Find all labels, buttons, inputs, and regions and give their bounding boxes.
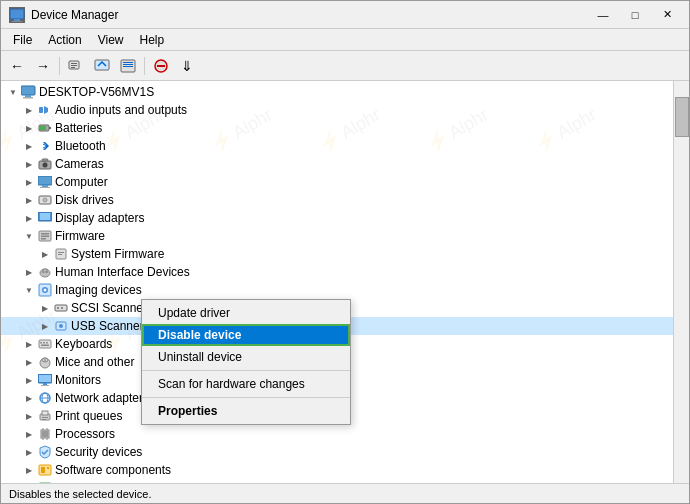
toolbar-forward[interactable]: → [31, 55, 55, 77]
svg-rect-16 [23, 97, 33, 99]
svg-rect-67 [42, 417, 48, 418]
ctx-properties[interactable]: Properties [142, 400, 350, 422]
tree-item-label: Cameras [55, 157, 104, 171]
expand-icon: ▼ [21, 282, 37, 298]
tree-item[interactable]: ▶ Computer [1, 173, 673, 191]
minimize-button[interactable]: — [589, 5, 617, 25]
menu-bar: File Action View Help [1, 29, 689, 51]
tree-item-label: Network adapters [55, 391, 149, 405]
device-icon [37, 390, 53, 406]
menu-help[interactable]: Help [132, 31, 173, 49]
toolbar-back[interactable]: ← [5, 55, 29, 77]
menu-action[interactable]: Action [40, 31, 89, 49]
svg-point-22 [43, 163, 48, 168]
svg-rect-30 [40, 213, 50, 220]
expand-icon: ▶ [21, 210, 37, 226]
tree-item[interactable]: ▶ Display adapters [1, 209, 673, 227]
svg-rect-9 [123, 62, 133, 63]
tree-item-label: System Firmware [71, 247, 164, 261]
root-label: DESKTOP-V56MV1S [39, 85, 154, 99]
device-icon [37, 354, 53, 370]
tree-item[interactable]: ▶ Batteries [1, 119, 673, 137]
ctx-scan-hardware-label: Scan for hardware changes [158, 377, 305, 391]
device-icon [53, 318, 69, 334]
tree-item[interactable]: ▶ Cameras [1, 155, 673, 173]
tree-item[interactable]: ▶ Audio inputs and outputs [1, 101, 673, 119]
svg-rect-33 [41, 236, 49, 238]
device-icon [37, 138, 53, 154]
tree-item[interactable]: ▶ Disk drives [1, 191, 673, 209]
ctx-separator-1 [142, 370, 350, 371]
menu-view[interactable]: View [90, 31, 132, 49]
ctx-separator-2 [142, 397, 350, 398]
menu-file[interactable]: File [5, 31, 40, 49]
device-icon [37, 462, 53, 478]
toolbar-scan[interactable] [116, 55, 140, 77]
device-icon [37, 156, 53, 172]
ctx-disable-device[interactable]: Disable device [142, 324, 350, 346]
tree-item[interactable]: ▶ Processors [1, 425, 673, 443]
title-text: Device Manager [31, 8, 589, 22]
tree-item[interactable]: ▶ Software devices [1, 479, 673, 483]
toolbar-arrow[interactable]: ⇓ [175, 55, 199, 77]
close-button[interactable]: ✕ [653, 5, 681, 25]
expand-icon: ▶ [37, 300, 53, 316]
svg-rect-34 [41, 238, 46, 240]
tree-item-label: Computer [55, 175, 108, 189]
expand-icon: ▶ [21, 408, 37, 424]
tree-item[interactable]: ▶ Human Interface Devices [1, 263, 673, 281]
svg-rect-68 [42, 419, 46, 420]
toolbar-properties[interactable] [64, 55, 88, 77]
tree-item[interactable]: ▼ Firmware [1, 227, 673, 245]
expand-icon: ▶ [21, 390, 37, 406]
svg-rect-1 [14, 19, 20, 21]
expand-icon: ▶ [21, 174, 37, 190]
svg-rect-6 [71, 67, 75, 68]
svg-point-28 [43, 198, 47, 202]
ctx-properties-label: Properties [158, 404, 217, 418]
toolbar-separator-1 [59, 57, 60, 75]
svg-rect-26 [40, 187, 50, 188]
expand-icon: ▶ [21, 426, 37, 442]
ctx-update-driver[interactable]: Update driver [142, 302, 350, 324]
scrollbar[interactable] [673, 81, 689, 483]
scrollbar-thumb[interactable] [675, 97, 689, 137]
device-icon [53, 300, 69, 316]
expand-icon: ▶ [37, 318, 53, 334]
svg-rect-11 [123, 66, 133, 67]
device-icon [37, 444, 53, 460]
ctx-uninstall-device[interactable]: Uninstall device [142, 346, 350, 368]
svg-rect-23 [42, 159, 48, 161]
toolbar: ← → [1, 51, 689, 81]
tree-item[interactable]: ▶ Bluetooth [1, 137, 673, 155]
tree-item-label: Disk drives [55, 193, 114, 207]
maximize-button[interactable]: □ [621, 5, 649, 25]
tree-item[interactable]: ▼ Imaging devices [1, 281, 673, 299]
expand-icon: ▶ [21, 462, 37, 478]
toolbar-disable[interactable] [149, 55, 173, 77]
expand-icon: ▶ [21, 480, 37, 483]
expand-icon: ▶ [21, 372, 37, 388]
expand-icon: ▶ [21, 336, 37, 352]
svg-rect-61 [41, 385, 49, 386]
svg-rect-25 [42, 185, 48, 187]
svg-rect-51 [40, 342, 42, 344]
svg-rect-77 [47, 467, 49, 469]
tree-item[interactable]: ▶ Software components [1, 461, 673, 479]
context-menu: Update driver Disable device Uninstall d… [141, 299, 351, 425]
device-icon [37, 210, 53, 226]
svg-point-40 [42, 271, 44, 273]
tree-item[interactable]: ▶ System Firmware [1, 245, 673, 263]
device-tree[interactable]: ⚡ Alphr⚡ Alphr⚡ Alphr ⚡ Alphr⚡ Alphr⚡ Al… [1, 81, 673, 483]
tree-item-label: Firmware [55, 229, 105, 243]
device-icon [53, 246, 69, 262]
tree-item-label: Human Interface Devices [55, 265, 190, 279]
tree-item[interactable]: ▶ Security devices [1, 443, 673, 461]
app-icon [9, 7, 25, 23]
svg-rect-14 [21, 86, 35, 95]
toolbar-update[interactable] [90, 55, 114, 77]
tree-root[interactable]: ▼ DESKTOP-V56MV1S [1, 83, 673, 101]
main-content: ⚡ Alphr⚡ Alphr⚡ Alphr ⚡ Alphr⚡ Alphr⚡ Al… [1, 81, 689, 483]
ctx-scan-hardware[interactable]: Scan for hardware changes [142, 373, 350, 395]
svg-point-44 [44, 289, 47, 292]
